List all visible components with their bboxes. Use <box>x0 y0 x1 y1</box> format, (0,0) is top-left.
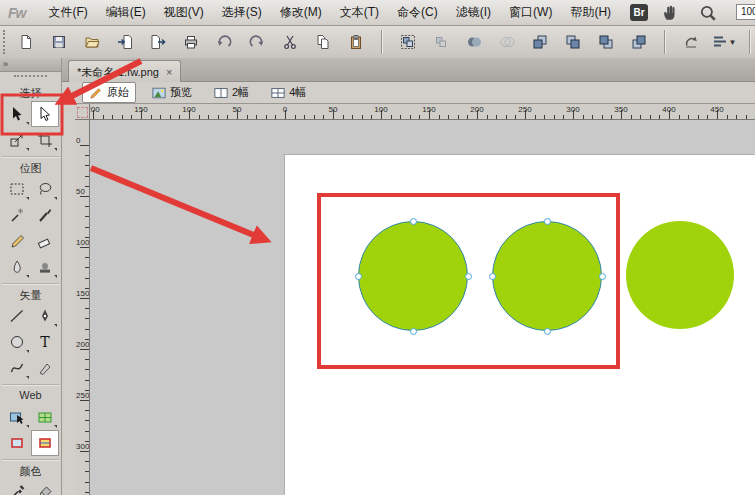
anchor-handle[interactable] <box>599 273 606 280</box>
split-button[interactable] <box>494 29 520 55</box>
export-button[interactable] <box>145 29 171 55</box>
send-backward-button[interactable] <box>593 29 619 55</box>
brush-tool[interactable] <box>31 202 59 228</box>
rubber-stamp-tool[interactable] <box>31 254 59 280</box>
menu-item[interactable]: 窗口(W) <box>500 1 561 24</box>
green-circle-1[interactable] <box>358 221 468 331</box>
freeform-tool[interactable] <box>3 355 31 381</box>
menu-item[interactable]: 修改(M) <box>271 1 331 24</box>
document-tab[interactable]: *未命名-1.fw.png × <box>68 60 181 83</box>
ruler-minor-tick <box>112 115 113 119</box>
open-button[interactable] <box>79 29 105 55</box>
hide-slices-tool[interactable] <box>3 430 31 456</box>
ruler-minor-tick <box>199 115 200 119</box>
menu-item[interactable]: 视图(V) <box>155 1 213 24</box>
pen-tool[interactable] <box>31 303 59 329</box>
lasso-tool[interactable] <box>31 176 59 202</box>
anchor-handle[interactable] <box>410 218 417 225</box>
anchor-handle[interactable] <box>489 273 496 280</box>
menubar: Fw 文件(F)编辑(E)视图(V)选择(S)修改(M)文本(T)命令(C)滤镜… <box>0 0 755 26</box>
pointer-tool[interactable] <box>3 101 31 127</box>
crop-tool[interactable] <box>31 127 59 153</box>
bridge-badge[interactable]: Br <box>630 4 648 21</box>
ruler-minor-tick <box>85 257 89 258</box>
print-button[interactable] <box>178 29 204 55</box>
ruler-minor-tick <box>85 308 89 309</box>
bring-forward-button[interactable] <box>560 29 586 55</box>
cut-button[interactable] <box>277 29 303 55</box>
knife-tool[interactable] <box>31 355 59 381</box>
ruler-minor-tick <box>544 115 545 119</box>
hand-icon[interactable] <box>661 4 679 22</box>
green-circle-2[interactable] <box>492 221 602 331</box>
anchor-handle[interactable] <box>410 328 417 335</box>
send-to-back-button[interactable] <box>626 29 652 55</box>
crop-icon <box>37 132 53 148</box>
text-tool[interactable]: T <box>31 329 59 355</box>
anchor-handle[interactable] <box>355 273 362 280</box>
magic-wand-tool[interactable] <box>3 202 31 228</box>
view-mode-原始[interactable]: 原始 <box>82 82 136 103</box>
ruler-minor-tick <box>535 115 536 119</box>
anchor-handle[interactable] <box>544 328 551 335</box>
pencil-tool[interactable] <box>3 228 31 254</box>
hotspot-tool[interactable] <box>3 404 31 430</box>
copy-button[interactable] <box>310 29 336 55</box>
show-slices-tool[interactable] <box>31 430 59 456</box>
tool-grid <box>0 479 61 495</box>
ruler-minor-tick <box>85 359 89 360</box>
ruler-minor-tick <box>727 115 728 119</box>
close-icon[interactable]: × <box>166 67 172 77</box>
send-to-back-icon <box>631 34 647 50</box>
menu-item[interactable]: 帮助(H) <box>561 1 620 24</box>
ruler-minor-tick <box>103 115 104 119</box>
import-button[interactable] <box>112 29 138 55</box>
cut-icon <box>282 34 298 50</box>
slice-tool[interactable] <box>31 404 59 430</box>
view-mode-预览[interactable]: 预览 <box>146 83 198 102</box>
green-circle-3[interactable] <box>626 221 734 329</box>
pointer-icon <box>9 106 25 122</box>
smudge-tool[interactable] <box>3 254 31 280</box>
scale-tool[interactable] <box>3 127 31 153</box>
subselection-tool[interactable] <box>31 101 59 127</box>
anchor-handle[interactable] <box>544 218 551 225</box>
rotate-button[interactable] <box>678 29 704 55</box>
view-mode-4幅[interactable]: 4幅 <box>265 83 312 102</box>
menu-item[interactable]: 文件(F) <box>39 1 96 24</box>
tools-panel-header[interactable]: » <box>0 58 61 72</box>
ungroup-button[interactable] <box>428 29 454 55</box>
ruler-minor-tick <box>85 165 89 166</box>
toolbar-grip[interactable] <box>3 30 5 54</box>
menu-item[interactable]: 滤镜(I) <box>447 1 500 24</box>
zoom-level-box[interactable]: 100 <box>736 4 755 20</box>
ruler-origin-corner[interactable] <box>75 104 90 120</box>
menu-item[interactable]: 命令(C) <box>388 1 447 24</box>
menu-item[interactable]: 编辑(E) <box>97 1 155 24</box>
bring-to-front-button[interactable] <box>527 29 553 55</box>
group-button[interactable] <box>395 29 421 55</box>
eyedropper-tool[interactable] <box>3 479 31 495</box>
undo-button[interactable] <box>211 29 237 55</box>
new-document-button[interactable] <box>13 29 39 55</box>
save-button[interactable] <box>46 29 72 55</box>
join-button[interactable] <box>461 29 487 55</box>
redo-button[interactable] <box>244 29 270 55</box>
menu-item[interactable]: 文本(T) <box>331 1 388 24</box>
tools-panel-grip[interactable] <box>14 75 47 83</box>
anchor-handle[interactable] <box>465 273 472 280</box>
paint-bucket-tool[interactable] <box>31 479 59 495</box>
ruler-label: 200 <box>90 105 100 114</box>
smudge-icon <box>9 259 25 275</box>
paste-button[interactable] <box>343 29 369 55</box>
magnifier-icon[interactable] <box>699 4 717 22</box>
eyedropper-icon <box>9 484 25 495</box>
marquee-tool[interactable] <box>3 176 31 202</box>
view-mode-2幅[interactable]: 2幅 <box>208 83 255 102</box>
ellipse-tool[interactable] <box>3 329 31 355</box>
line-tool[interactable] <box>3 303 31 329</box>
ruler-major-tick <box>80 400 89 401</box>
align-button[interactable]: ▼ <box>711 29 737 55</box>
eraser-tool[interactable] <box>31 228 59 254</box>
menu-item[interactable]: 选择(S) <box>213 1 271 24</box>
